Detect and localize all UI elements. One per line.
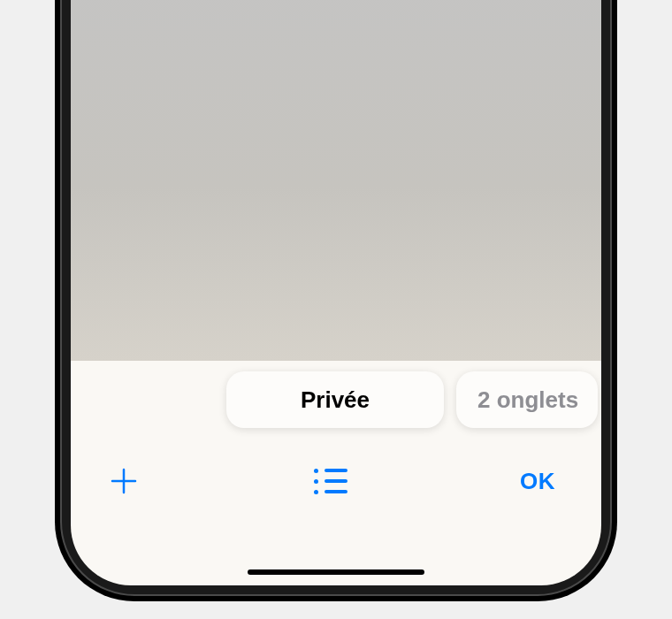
tab-group-selector: Privée 2 onglets (71, 371, 601, 435)
tab-group-count-label: 2 onglets (477, 386, 578, 414)
phone-bezel: Privée 2 onglets (60, 0, 612, 596)
phone-screen: Privée 2 onglets (71, 0, 601, 585)
done-button-label: OK (520, 468, 555, 495)
tab-group-private[interactable]: Privée (226, 371, 444, 428)
list-icon (314, 469, 347, 494)
bottom-toolbar: OK (71, 446, 601, 516)
tab-group-private-label: Privée (301, 386, 370, 414)
tab-group-count[interactable]: 2 onglets (456, 371, 598, 428)
phone-frame: Privée 2 onglets (55, 0, 617, 601)
home-indicator[interactable] (248, 569, 424, 575)
tab-overview-background (71, 0, 601, 361)
tab-groups-button[interactable] (304, 455, 357, 508)
plus-icon (110, 467, 138, 495)
new-tab-button[interactable] (97, 455, 150, 508)
done-button[interactable]: OK (511, 455, 564, 508)
